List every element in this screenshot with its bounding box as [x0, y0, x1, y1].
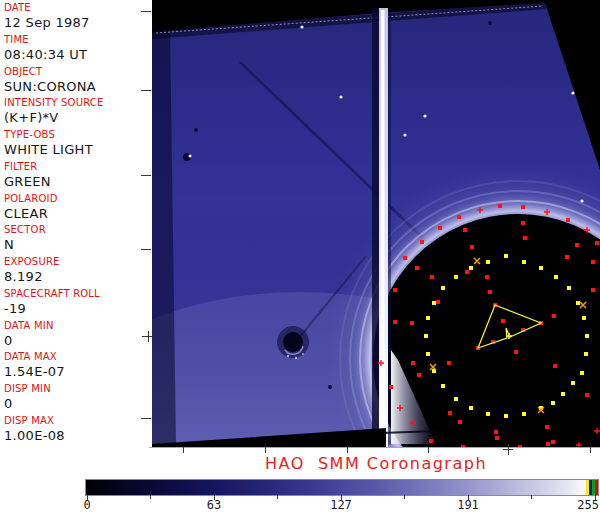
left-axis-tick [141, 175, 151, 176]
metadata-field: OBJECTSUN:CORONA [4, 65, 152, 97]
red-dot [415, 266, 419, 270]
field-label: SECTOR [4, 223, 152, 236]
yellow-dot [561, 392, 565, 396]
field-label: DATA MIN [4, 319, 152, 332]
white-speck [300, 25, 303, 28]
yellow-dot [486, 260, 490, 264]
field-value: WHITE LIGHT [4, 141, 152, 158]
dark-speck [488, 21, 492, 25]
intensity-colorbar [85, 479, 599, 496]
red-dot [389, 385, 393, 389]
metadata-field: DATA MIN0 [4, 319, 152, 351]
yellow-dot [469, 406, 473, 410]
yellow-dot [554, 275, 558, 279]
red-dot [448, 411, 452, 415]
red-dot [498, 204, 502, 208]
bottom-axis-plus [503, 449, 513, 450]
colorbar-tick-label: 191 [448, 498, 488, 512]
field-value: 08:40:34 UT [4, 46, 152, 63]
metadata-field: DATE12 Sep 1987 [4, 1, 152, 33]
colorbar-minor-tick [531, 495, 532, 499]
yellow-dot [522, 260, 526, 264]
yellow-dot [441, 384, 445, 388]
red-dot [417, 373, 421, 377]
field-value: CLEAR [4, 205, 152, 222]
image-bottom-border [149, 447, 600, 448]
yellow-dot [522, 412, 526, 416]
yellow-dot [426, 352, 430, 356]
field-value: N [4, 236, 152, 253]
colorbar-minor-tick [404, 495, 405, 499]
field-label: OBJECT [4, 65, 152, 78]
bottom-axis-tick [265, 447, 266, 453]
field-label: DISP MAX [4, 414, 152, 427]
red-dot [436, 300, 440, 304]
yellow-dot [582, 316, 586, 320]
metadata-field: TIME08:40:34 UT [4, 33, 152, 65]
field-value: 12 Sep 1987 [4, 14, 152, 31]
dark-speck [194, 128, 198, 132]
field-value: 8.192 [4, 268, 152, 285]
metadata-field: FILTERGREEN [4, 160, 152, 192]
field-label: EXPOSURE [4, 255, 152, 268]
dark-speck [328, 385, 332, 389]
smm-coronagraph-viewer: DATE12 Sep 1987TIME08:40:34 UTOBJECTSUN:… [0, 0, 600, 512]
field-label: FILTER [4, 160, 152, 173]
metadata-field: SECTORN [4, 223, 152, 255]
red-dot [463, 228, 467, 232]
red-dot [470, 245, 474, 249]
red-dot [420, 240, 424, 244]
red-dot [551, 440, 555, 444]
yellow-dot [424, 334, 428, 338]
metadata-field: SPACECRAFT ROLL-19 [4, 287, 152, 319]
metadata-field: INTENSITY SOURCE(K+F)*V [4, 96, 152, 128]
red-dot [595, 241, 599, 245]
metadata-field: POLAROIDCLEAR [4, 192, 152, 224]
field-value: 0 [4, 332, 152, 349]
instrument-title: HAO SMM Coronagraph [152, 454, 600, 473]
red-dot [514, 350, 518, 354]
field-label: DATE [4, 1, 152, 14]
yellow-dot [441, 286, 445, 290]
white-speck [339, 95, 342, 98]
red-dot [447, 361, 451, 365]
red-dot [552, 314, 556, 318]
colorbar-tick-label: 63 [194, 498, 234, 512]
metadata-field: DISP MIN0 [4, 382, 152, 414]
red-dot [545, 425, 549, 429]
left-axis-tick [141, 249, 151, 250]
field-label: DATA MAX [4, 350, 152, 363]
yellow-dot [486, 412, 490, 416]
colorbar-tick-label: 127 [321, 498, 361, 512]
yellow-dot [576, 301, 580, 305]
yellow-dot [504, 414, 508, 418]
red-dot [546, 442, 550, 446]
red-dot [521, 205, 525, 209]
bottom-axis-tick [183, 447, 184, 453]
left-axis-tick [141, 11, 151, 12]
red-dot [494, 430, 498, 434]
red-dot [591, 288, 595, 292]
bottom-axis-tick [428, 447, 429, 453]
yellow-dot [426, 316, 430, 320]
red-dot [488, 290, 492, 294]
field-value: SUN:CORONA [4, 78, 152, 95]
colorbar-tick-label: 0 [67, 498, 107, 512]
bottom-axis-tick [590, 447, 591, 453]
yellow-dot [585, 334, 589, 338]
red-dot [575, 243, 579, 247]
yellow-dot [454, 397, 458, 401]
left-axis-plus [142, 336, 152, 337]
red-dot [585, 393, 589, 397]
yellow-dot [432, 301, 436, 305]
yellow-dot [469, 266, 473, 270]
bottom-axis-tick [347, 447, 348, 453]
saturation-stripe [595, 480, 598, 495]
metadata-field: DISP MAX1.00E-08 [4, 414, 152, 446]
field-value: 1.54E-07 [4, 363, 152, 380]
field-label: TIME [4, 33, 152, 46]
red-dot [521, 221, 525, 225]
red-dot [393, 320, 397, 324]
field-value: 0 [4, 395, 152, 412]
red-dot [429, 439, 433, 443]
